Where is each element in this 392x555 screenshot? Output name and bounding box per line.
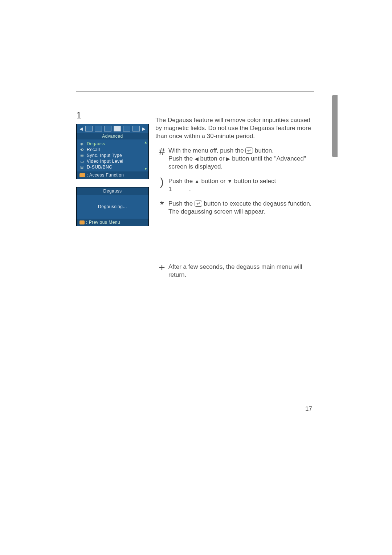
osd2-title: Degauss xyxy=(77,187,148,195)
text: Push the xyxy=(168,155,195,162)
recall-icon: ⟲ xyxy=(79,147,85,152)
osd2-body: Degaussing... xyxy=(77,195,148,219)
horizontal-rule xyxy=(76,92,314,92)
text: button or xyxy=(200,155,226,162)
osd-item-recall: ⟲ Recall xyxy=(79,147,146,153)
osd-item-sync-input-type: ☲ Sync. Input Type xyxy=(79,153,146,158)
video-input-icon: ▭ xyxy=(79,159,85,163)
step-3: * Push the ↵ button to execute the degau… xyxy=(155,200,314,216)
step-mark: # xyxy=(155,147,168,156)
osd-tab-icon xyxy=(85,126,93,131)
osd-tab-icon-selected xyxy=(114,126,121,131)
text: After a few seconds, the degauss main me… xyxy=(168,263,302,278)
osd-item-label: D-SUB/BNC xyxy=(87,165,113,170)
sync-input-icon: ☲ xyxy=(79,153,85,158)
tab-left-arrow-icon: ◀ xyxy=(79,126,83,131)
down-arrow-icon: ▼ xyxy=(227,177,232,185)
intro-text: The Degauss feature will remove color im… xyxy=(155,116,314,140)
right-arrow-icon: ▶ xyxy=(226,155,230,163)
text: Push the xyxy=(168,200,195,207)
page: 1 ◀ ▶ Advanced ▲ xyxy=(0,0,392,555)
back-hint-icon xyxy=(79,220,85,224)
two-column-layout: 1 ◀ ▶ Advanced ▲ xyxy=(76,110,314,285)
osd-item-label: Recall xyxy=(87,147,100,152)
step-body: With the menu off, push the ↵ button. Pu… xyxy=(168,147,314,171)
osd-tab-row: ◀ ▶ xyxy=(77,124,148,133)
osd-item-label: Video Input Level xyxy=(87,159,123,164)
left-column: 1 ◀ ▶ Advanced ▲ xyxy=(76,110,149,226)
osd-item-dsub-bnc: ⊞ D-SUB/BNC xyxy=(79,164,146,170)
osd-item-video-input-level: ▭ Video Input Level xyxy=(79,158,146,164)
text: Push the xyxy=(168,178,195,185)
osd-body: ▲ ⊗ Degauss ⟲ Recall ☲ Sync. Input Type xyxy=(77,139,148,171)
osd-degauss-screen: Degauss Degaussing... : Previous Menu xyxy=(76,187,149,226)
osd-tab-icon xyxy=(104,126,111,131)
up-arrow-icon: ▲ xyxy=(195,177,200,185)
step-body: Push the ↵ button to execute the degauss… xyxy=(168,200,314,216)
step-mark: + xyxy=(155,263,168,272)
osd-item-label: Sync. Input Type xyxy=(87,153,122,158)
osd-tab-icon xyxy=(132,126,140,131)
osd-tab-icon xyxy=(123,126,130,131)
step-body: Push the ▲ button or ▼ button to select … xyxy=(168,177,314,193)
osd-advanced-menu: ◀ ▶ Advanced ▲ ⊗ Degauss xyxy=(76,124,149,179)
osd-item-label: Degauss xyxy=(87,141,105,146)
right-column: The Degauss feature will remove color im… xyxy=(149,110,314,285)
osd-item-degauss: ⊗ Degauss xyxy=(79,141,146,147)
osd2-hint-label: : Previous Menu xyxy=(86,220,120,225)
text: With the menu off, push the xyxy=(168,147,245,154)
osd-title: Advanced xyxy=(77,133,148,139)
scroll-down-icon: ▼ xyxy=(144,167,148,171)
osd2-hint-bar: : Previous Menu xyxy=(77,219,148,226)
section-number: 1 xyxy=(76,110,149,121)
text: button or xyxy=(201,178,227,185)
select-number: 1 xyxy=(168,185,172,193)
scroll-up-icon: ▲ xyxy=(144,140,148,144)
step-body: After a few seconds, the degauss main me… xyxy=(168,263,314,279)
text: button. xyxy=(255,147,274,154)
step-4: + After a few seconds, the degauss main … xyxy=(155,263,314,279)
osd-hint-label: : Access Function xyxy=(87,173,124,178)
degauss-icon: ⊗ xyxy=(79,142,85,146)
step-2: ) Push the ▲ button or ▼ button to selec… xyxy=(155,177,314,193)
steps-list: # With the menu off, push the ↵ button. … xyxy=(155,147,314,279)
dsub-bnc-icon: ⊞ xyxy=(79,165,85,169)
enter-button-icon: ↵ xyxy=(245,147,253,154)
step-mark: * xyxy=(155,200,168,209)
text: button to select xyxy=(234,178,276,185)
step-mark: ) xyxy=(155,177,168,187)
step-1: # With the menu off, push the ↵ button. … xyxy=(155,147,314,171)
page-side-tab xyxy=(332,95,338,157)
osd-tab-icon xyxy=(95,126,102,131)
content-area: 1 ◀ ▶ Advanced ▲ xyxy=(76,110,314,285)
left-arrow-icon: ◀ xyxy=(195,155,199,163)
tab-right-arrow-icon: ▶ xyxy=(142,126,146,131)
enter-button-icon: ↵ xyxy=(195,200,202,207)
enter-hint-icon xyxy=(79,173,85,177)
text: . xyxy=(189,186,191,193)
page-number: 17 xyxy=(305,405,312,413)
osd-hint-bar: : Access Function xyxy=(77,171,148,179)
